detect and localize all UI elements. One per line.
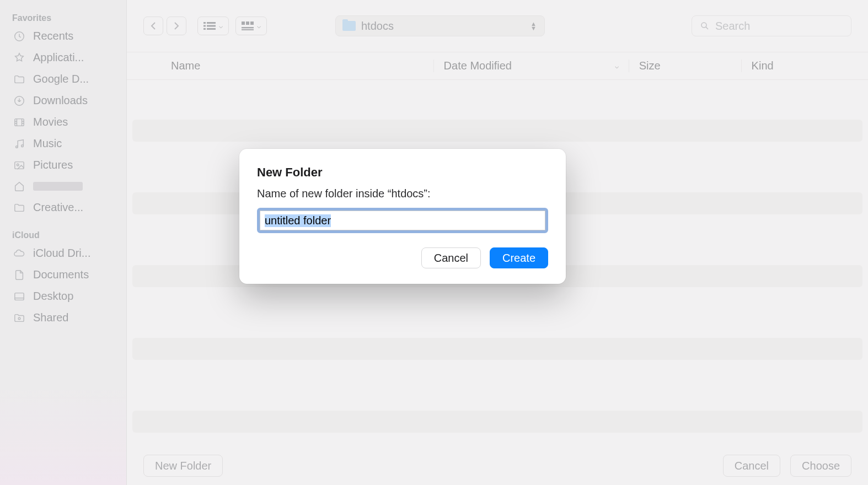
sidebar-item-label: Applicati... <box>33 51 84 64</box>
search-icon <box>700 21 710 31</box>
svg-point-20 <box>701 23 706 28</box>
download-icon <box>12 95 26 107</box>
folder-icon <box>12 202 26 214</box>
column-headers: Name Date Modified ⌵ Size Kind <box>127 52 868 79</box>
shared-folder-icon <box>12 312 26 324</box>
svg-rect-7 <box>15 293 24 300</box>
sidebar-item-pictures[interactable]: Pictures <box>0 154 126 176</box>
forward-button[interactable] <box>167 17 186 35</box>
sidebar-header-icloud: iCloud <box>0 226 126 242</box>
picture-icon <box>12 159 26 171</box>
sidebar-item-label: Creative... <box>33 201 83 214</box>
modal-cancel-button[interactable]: Cancel <box>421 247 481 268</box>
list-view-button[interactable]: ⌵ <box>197 17 229 35</box>
sidebar-item-label: Shared <box>33 311 69 324</box>
sidebar-item-downloads[interactable]: Downloads <box>0 90 126 111</box>
cancel-button[interactable]: Cancel <box>723 455 780 477</box>
table-row[interactable] <box>132 301 862 324</box>
svg-rect-14 <box>207 28 216 30</box>
table-row[interactable] <box>132 120 862 142</box>
sidebar-item-google-drive[interactable]: Google D... <box>0 68 126 90</box>
desktop-icon <box>12 290 26 303</box>
svg-rect-9 <box>203 22 206 24</box>
sidebar-item-movies[interactable]: Movies <box>0 111 126 133</box>
svg-rect-2 <box>15 118 24 126</box>
column-kind[interactable]: Kind <box>741 60 868 72</box>
sidebar-item-creative[interactable]: Creative... <box>0 197 126 218</box>
table-row[interactable] <box>132 374 862 396</box>
sidebar-item-desktop[interactable]: Desktop <box>0 285 126 307</box>
view-controls: ⌵ ⌵ <box>197 17 267 35</box>
path-label: htdocs <box>361 20 394 33</box>
modal-buttons: Cancel Create <box>257 247 548 268</box>
updown-icon: ▲▼ <box>531 21 537 30</box>
svg-rect-16 <box>246 21 249 25</box>
svg-rect-18 <box>242 27 254 29</box>
svg-rect-17 <box>250 21 254 25</box>
search-placeholder: Search <box>715 20 750 33</box>
modal-input-wrapper <box>257 208 548 233</box>
sidebar: Favorites Recents Applicati... Google D.… <box>0 0 127 485</box>
finder-window: Favorites Recents Applicati... Google D.… <box>0 0 868 485</box>
clock-icon <box>12 30 26 42</box>
cloud-icon <box>12 247 26 260</box>
search-input[interactable]: Search <box>692 15 851 36</box>
column-size[interactable]: Size <box>629 60 741 72</box>
sidebar-item-label: Movies <box>33 116 68 128</box>
modal-title: New Folder <box>257 165 548 180</box>
svg-rect-13 <box>203 28 206 30</box>
sidebar-item-label: Pictures <box>33 159 73 171</box>
svg-point-8 <box>18 317 20 320</box>
svg-rect-12 <box>207 25 216 27</box>
sidebar-item-label: Downloads <box>33 94 88 107</box>
nav-buttons <box>143 17 190 35</box>
svg-rect-10 <box>207 22 216 24</box>
sidebar-item-label: Google D... <box>33 73 89 85</box>
chevron-down-icon: ⌵ <box>615 62 619 70</box>
path-dropdown[interactable]: htdocs ▲▼ <box>335 15 545 36</box>
sidebar-item-label: Recents <box>33 30 73 42</box>
sidebar-item-icloud-drive[interactable]: iCloud Dri... <box>0 242 126 264</box>
new-folder-modal: New Folder Name of new folder inside “ht… <box>239 149 566 284</box>
home-icon <box>12 180 26 192</box>
column-name[interactable]: Name <box>127 60 433 72</box>
document-icon <box>12 269 26 281</box>
svg-point-4 <box>22 144 24 147</box>
app-icon <box>12 52 26 64</box>
sidebar-item-applications[interactable]: Applicati... <box>0 47 126 68</box>
svg-rect-15 <box>242 21 245 25</box>
sidebar-item-music[interactable]: Music <box>0 133 126 154</box>
folder-icon <box>342 21 356 31</box>
table-row[interactable] <box>132 411 862 433</box>
chevron-down-icon: ⌵ <box>219 22 223 30</box>
sidebar-item-documents[interactable]: Documents <box>0 264 126 285</box>
table-row[interactable] <box>132 338 862 360</box>
sidebar-item-label: iCloud Dri... <box>33 247 90 260</box>
modal-create-button[interactable]: Create <box>490 247 548 268</box>
sidebar-item-label: Documents <box>33 268 89 281</box>
choose-button[interactable]: Choose <box>790 455 851 477</box>
sidebar-item-recents[interactable]: Recents <box>0 25 126 47</box>
table-row[interactable] <box>132 83 862 105</box>
sidebar-item-shared[interactable]: Shared <box>0 307 126 328</box>
modal-prompt: Name of new folder inside “htdocs”: <box>257 187 548 200</box>
music-icon <box>12 138 26 150</box>
new-folder-button[interactable]: New Folder <box>143 455 223 477</box>
toolbar: ⌵ ⌵ htdocs ▲▼ Search <box>127 0 868 52</box>
svg-rect-19 <box>242 29 254 30</box>
svg-rect-11 <box>203 25 206 27</box>
sidebar-item-label <box>33 182 83 191</box>
svg-point-3 <box>16 146 18 148</box>
folder-icon <box>12 73 26 85</box>
group-view-button[interactable]: ⌵ <box>235 17 267 35</box>
folder-name-input[interactable] <box>260 211 545 230</box>
chevron-down-icon: ⌵ <box>257 22 261 30</box>
footer-bar: New Folder Cancel Choose <box>127 447 868 485</box>
sidebar-item-home[interactable] <box>0 176 126 197</box>
svg-point-6 <box>17 164 19 166</box>
movie-icon <box>12 116 26 128</box>
sidebar-header-favorites: Favorites <box>0 9 126 25</box>
column-date-modified[interactable]: Date Modified ⌵ <box>433 60 629 72</box>
back-button[interactable] <box>143 17 163 35</box>
sidebar-item-label: Music <box>33 137 62 150</box>
